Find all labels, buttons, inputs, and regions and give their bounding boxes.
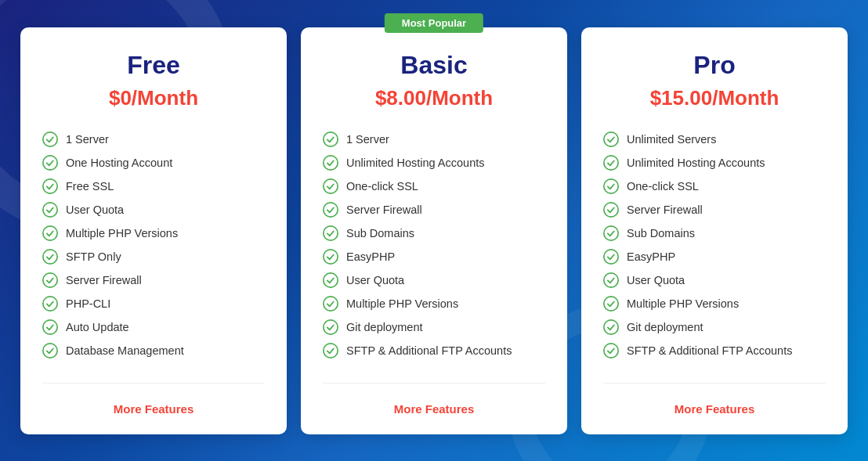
feature-text: 1 Server [346,133,389,146]
check-icon [603,225,619,241]
check-icon [42,296,58,312]
feature-text: User Quota [66,203,124,216]
svg-point-26 [604,272,618,286]
svg-point-22 [604,178,618,193]
feature-text: 1 Server [66,133,109,146]
feature-item: Auto Update [42,315,265,339]
feature-item: Multiple PHP Versions [323,292,545,315]
feature-item: Sub Domains [323,221,545,245]
feature-text: Unlimited Hosting Accounts [346,157,485,169]
check-icon [603,131,619,147]
check-icon [42,343,58,358]
features-list: Unlimited Servers Unlimited Hosting Acco… [603,128,826,367]
svg-point-18 [324,319,338,333]
divider [603,383,826,384]
feature-text: Git deployment [346,321,423,333]
check-icon [323,272,338,288]
feature-item: Server Firewall [42,268,265,292]
svg-point-19 [324,343,338,357]
check-icon [603,272,619,288]
divider [42,383,265,384]
feature-item: Unlimited Hosting Accounts [603,151,826,175]
feature-item: Multiple PHP Versions [603,292,826,315]
feature-text: One Hosting Account [66,157,172,169]
feature-text: SFTP Only [66,250,121,263]
feature-text: EasyPHP [627,250,675,263]
svg-point-13 [324,202,338,216]
feature-text: Unlimited Servers [627,133,716,146]
check-icon [603,249,619,265]
most-popular-badge: Most Popular [385,13,483,33]
check-icon [323,225,338,241]
feature-text: Unlimited Hosting Accounts [627,157,765,169]
svg-point-11 [324,155,338,169]
feature-item: One-click SSL [603,175,826,198]
check-icon [42,272,58,288]
feature-text: Server Firewall [66,274,142,286]
feature-text: Sub Domains [627,227,695,240]
svg-point-16 [324,272,338,286]
more-features-button[interactable]: More Features [42,394,265,416]
svg-point-4 [43,225,57,240]
check-icon [42,319,58,335]
feature-text: Multiple PHP Versions [627,297,739,310]
feature-item: User Quota [42,198,265,221]
svg-point-9 [43,343,57,357]
pricing-container: Free $0/Month 1 Server One Hosting Accou… [20,27,848,434]
feature-text: User Quota [627,274,685,286]
feature-item: Git deployment [603,315,826,339]
feature-text: Server Firewall [346,203,422,216]
feature-text: Free SSL [66,180,114,193]
check-icon [603,178,619,194]
svg-point-28 [604,319,618,333]
check-icon [603,296,619,312]
plan-card-free: Free $0/Month 1 Server One Hosting Accou… [20,27,287,434]
features-list: 1 Server One Hosting Account Free SSL Us… [42,128,265,367]
feature-item: Unlimited Hosting Accounts [323,151,545,175]
svg-point-2 [43,178,57,193]
check-icon [323,249,338,265]
more-features-button[interactable]: More Features [323,394,545,416]
svg-point-24 [604,225,618,240]
svg-point-20 [604,131,618,146]
svg-point-17 [324,296,338,310]
feature-text: Database Management [66,344,184,357]
feature-item: Free SSL [42,175,265,198]
svg-point-12 [324,178,338,193]
check-icon [323,202,338,218]
plan-card-pro: Pro $15.00/Month Unlimited Servers Unlim… [581,27,848,434]
feature-item: Git deployment [323,315,545,339]
feature-text: Auto Update [66,321,129,333]
feature-text: User Quota [346,274,404,286]
feature-text: Multiple PHP Versions [346,297,458,310]
feature-item: One Hosting Account [42,151,265,175]
svg-point-5 [43,249,57,263]
check-icon [42,225,58,241]
feature-text: SFTP & Additional FTP Accounts [627,344,792,357]
svg-point-1 [43,155,57,169]
feature-text: One-click SSL [346,180,418,193]
check-icon [42,178,58,194]
check-icon [323,178,338,194]
plan-name: Pro [603,51,826,80]
feature-item: PHP-CLI [42,292,265,315]
svg-point-27 [604,296,618,310]
svg-point-23 [604,202,618,216]
plan-price: $0/Month [42,86,265,110]
feature-item: 1 Server [323,128,545,151]
check-icon [323,343,338,358]
plan-name: Basic [323,51,545,80]
check-icon [603,202,619,218]
svg-point-29 [604,343,618,357]
check-icon [42,131,58,147]
feature-item: Multiple PHP Versions [42,221,265,245]
feature-item: Server Firewall [603,198,826,221]
feature-item: User Quota [323,268,545,292]
feature-item: Database Management [42,339,265,362]
svg-point-7 [43,296,57,310]
check-icon [323,319,338,335]
plan-card-basic: Most Popular Basic $8.00/Month 1 Server … [301,27,567,434]
more-features-button[interactable]: More Features [603,394,826,416]
svg-point-6 [43,272,57,286]
check-icon [323,296,338,312]
